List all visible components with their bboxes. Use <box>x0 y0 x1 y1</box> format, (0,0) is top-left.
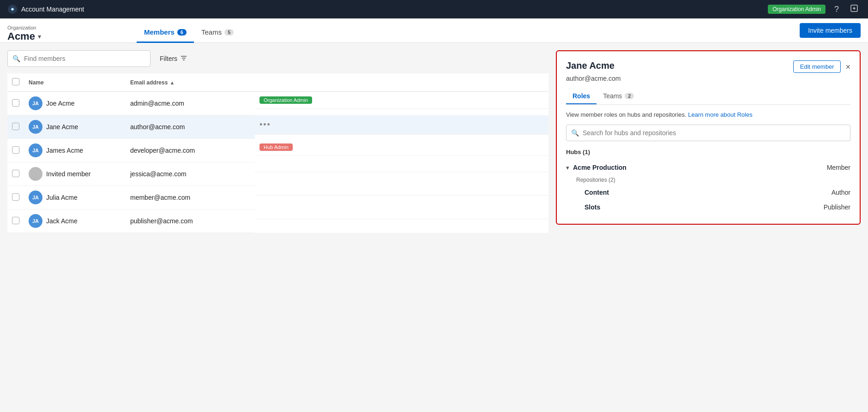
table-row: JA Joe Acme admin@acme.comOrganization A… <box>7 92 549 115</box>
avatar: JA <box>29 191 42 204</box>
member-role-cell: ••• <box>255 115 549 135</box>
search-filter-row: 🔍 Filters <box>7 50 549 67</box>
close-detail-button[interactable]: × <box>845 63 850 71</box>
org-name-row: Acme ▾ <box>7 30 132 42</box>
row-checkbox[interactable] <box>12 123 19 130</box>
app-title: Account Management <box>21 6 84 13</box>
detail-tab-teams-badge: 2 <box>625 93 634 99</box>
member-email: publisher@acme.com <box>126 209 255 233</box>
top-nav-right: Organization Admin ? <box>768 3 861 16</box>
detail-search-icon: 🔍 <box>571 129 579 137</box>
member-email: admin@acme.com <box>126 92 255 115</box>
sort-asc-icon: ▲ <box>169 80 175 85</box>
detail-member-name: Jane Acme <box>566 60 615 71</box>
invite-members-button[interactable]: Invite members <box>800 23 861 38</box>
repo-role-content: Author <box>832 189 850 196</box>
avatar: JA <box>29 120 42 134</box>
member-name-cell: JA Jack Acme <box>29 214 121 228</box>
email-sort-row[interactable]: Email address ▲ <box>130 79 250 86</box>
repo-row-slots: Slots Publisher <box>566 200 850 215</box>
repo-row-content: Content Author <box>566 185 850 200</box>
search-box: 🔍 <box>7 50 151 67</box>
row-checkbox[interactable] <box>12 217 19 224</box>
member-name: Julia Acme <box>46 194 78 201</box>
avatar: JA <box>29 143 42 157</box>
row-checkbox[interactable] <box>12 193 19 201</box>
left-panel: 🔍 Filters <box>7 50 549 233</box>
notifications-button[interactable] <box>848 3 861 16</box>
row-checkbox[interactable] <box>12 170 19 177</box>
col-role-header <box>255 73 549 92</box>
table-row: JA Jack Acme publisher@acme.com <box>7 209 549 233</box>
help-button[interactable]: ? <box>830 3 843 16</box>
hub-admin-badge: Hub Admin <box>259 143 293 151</box>
repos-label: Repositories (2) <box>566 175 850 185</box>
col-name-header: Name <box>24 73 126 92</box>
chevron-down-icon: ▾ <box>38 33 41 40</box>
org-selector[interactable]: Organization Acme ▾ <box>7 25 132 42</box>
member-role-cell: Organization Admin <box>255 92 549 109</box>
member-name-cell: JA James Acme <box>29 143 121 157</box>
detail-search-input[interactable] <box>583 129 845 137</box>
row-actions-button[interactable]: ••• <box>259 120 271 130</box>
detail-header-actions: Edit member × <box>793 60 850 73</box>
filters-label: Filters <box>160 55 177 62</box>
member-email: author@acme.com <box>126 115 255 139</box>
detail-tab-roles-label: Roles <box>573 92 590 100</box>
member-role-cell <box>255 162 549 172</box>
edit-member-button[interactable]: Edit member <box>793 60 841 73</box>
col-email-header[interactable]: Email address ▲ <box>126 73 255 92</box>
repo-name-content: Content <box>585 189 832 196</box>
avatar: JA <box>29 214 42 228</box>
search-icon: 🔍 <box>12 55 20 62</box>
tab-members-label: Members <box>144 28 175 36</box>
org-admin-badge: Organization Admin <box>259 96 312 104</box>
table-row: JA James Acme developer@acme.comHub Admi… <box>7 139 549 162</box>
member-role-cell <box>255 186 549 196</box>
detail-tab-teams-label: Teams <box>603 92 622 100</box>
member-name-cell: JA Julia Acme <box>29 191 121 204</box>
repo-name-slots: Slots <box>585 203 824 211</box>
member-email: member@acme.com <box>126 186 255 209</box>
learn-more-link[interactable]: Learn more about Roles <box>688 111 752 118</box>
filters-button[interactable]: Filters <box>156 53 191 65</box>
repo-role-slots: Publisher <box>824 203 850 211</box>
search-input[interactable] <box>24 55 145 62</box>
select-all-checkbox[interactable] <box>12 78 19 85</box>
members-table: Name Email address ▲ JA Joe Acme admin@a… <box>7 73 549 233</box>
hub-name: Acme Production <box>573 164 823 171</box>
detail-email: author@acme.com <box>566 75 850 82</box>
hubs-section-title: Hubs (1) <box>566 149 850 155</box>
avatar <box>29 167 42 181</box>
member-name-cell: Invited member <box>29 167 121 181</box>
tab-members[interactable]: Members 6 <box>137 23 194 43</box>
help-icon: ? <box>834 5 839 14</box>
col-name-label: Name <box>29 79 44 86</box>
detail-tab-teams[interactable]: Teams 2 <box>597 89 640 104</box>
org-name: Acme <box>7 30 35 42</box>
member-name: Jack Acme <box>46 217 78 225</box>
member-name-cell: JA Jane Acme <box>29 120 121 134</box>
table-row: Invited member jessica@acme.com <box>7 162 549 186</box>
hub-row: ▾ Acme Production Member <box>566 160 850 175</box>
member-name: James Acme <box>46 147 83 154</box>
notifications-icon <box>850 4 858 15</box>
detail-search-box: 🔍 <box>566 125 850 141</box>
row-checkbox[interactable] <box>12 146 19 154</box>
hub-expand-icon[interactable]: ▾ <box>566 164 569 171</box>
member-name: Jane Acme <box>46 123 78 131</box>
main-content: 🔍 Filters <box>0 43 868 240</box>
app-logo-icon <box>7 4 18 14</box>
org-label: Organization <box>7 25 132 30</box>
detail-tabs: Roles Teams 2 <box>566 89 850 105</box>
detail-tab-roles[interactable]: Roles <box>566 89 597 104</box>
org-admin-badge: Organization Admin <box>768 5 826 14</box>
row-checkbox[interactable] <box>12 99 19 107</box>
tab-teams[interactable]: Teams 5 <box>194 23 241 43</box>
filter-icon <box>180 54 187 63</box>
tabs-area: Members 6 Teams 5 <box>132 22 800 42</box>
detail-header: Jane Acme Edit member × <box>566 60 850 73</box>
col-check-header <box>7 73 24 92</box>
col-email-label: Email address <box>130 79 168 86</box>
member-role-cell <box>255 209 549 219</box>
